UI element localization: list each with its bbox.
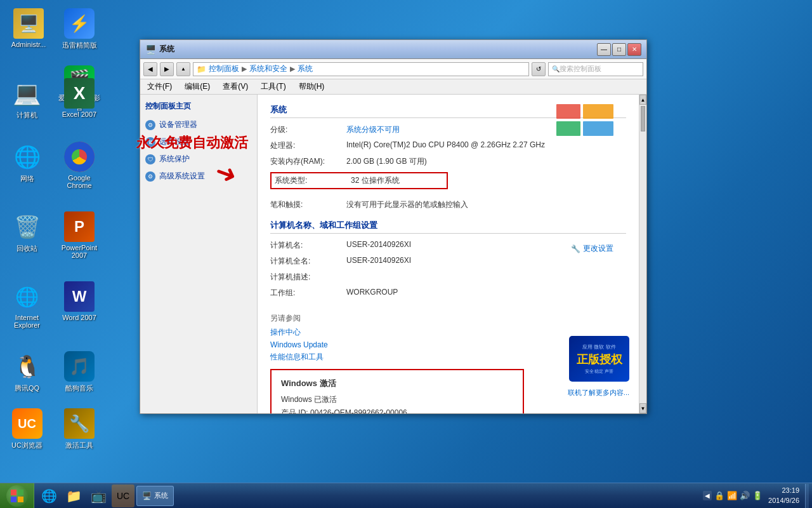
- taskbar-system-task[interactable]: 🖥️ 系统: [136, 486, 174, 506]
- close-button[interactable]: ✕: [627, 43, 641, 56]
- address-path: 📁 控制面板 ▶ 系统和安全 ▶ 系统: [193, 62, 529, 76]
- tray-icon-network[interactable]: 📶: [727, 491, 737, 500]
- clock[interactable]: 23:19 2014/9/26: [765, 486, 802, 505]
- ram-value: 2.00 GB (1.90 GB 可用): [346, 156, 626, 167]
- taskbar-ie-icon[interactable]: 🌐: [37, 485, 60, 507]
- sidebar-icon-devices: ⚙: [145, 120, 155, 130]
- comp-fullname-label: 计算机全名:: [270, 256, 346, 267]
- svg-rect-2: [556, 121, 580, 136]
- desktop-icon-admin[interactable]: 🖥️ Administr...: [3, 3, 54, 60]
- computer-name-section: 计算机名称、域和工作组设置 计算机名: USER-20140926XI 计算机全…: [270, 220, 626, 304]
- scroll-thumb[interactable]: [641, 106, 645, 131]
- desktop-icon-chrome[interactable]: GoogleChrome: [54, 137, 105, 194]
- refresh-button[interactable]: ↺: [532, 62, 546, 76]
- desktop-icon-ucbrowser-label: UC浏览器: [11, 441, 43, 450]
- desktop-icon-activator-label: 激活工具: [65, 441, 93, 450]
- svg-rect-5: [18, 490, 23, 495]
- desktop-icon-excel[interactable]: X Excel 2007: [54, 73, 105, 123]
- breadcrumb-controlpanel[interactable]: 控制面板: [209, 64, 239, 74]
- forward-button[interactable]: ▶: [160, 62, 174, 76]
- touch-row: 笔和触摸: 没有可用于此显示器的笔或触控输入: [270, 199, 626, 210]
- change-settings-icon: 🔧: [571, 244, 580, 253]
- desktop-icon-xunlei[interactable]: ⚡ 迅雷精简版: [54, 3, 105, 60]
- title-bar-text: 系统: [159, 44, 597, 55]
- desktop-icon-recycle[interactable]: 🗑️ 回收站: [3, 206, 51, 258]
- menu-file[interactable]: 文件(F): [143, 80, 176, 93]
- search-box[interactable]: 🔍 搜索控制面板: [548, 62, 643, 76]
- desktop-icon-qq-label: 腾讯QQ: [15, 384, 39, 393]
- svg-rect-1: [583, 104, 613, 119]
- desktop-icon-admin-label: Administr...: [11, 41, 46, 48]
- desktop-icon-computer-label: 计算机: [16, 110, 37, 120]
- type-value: 32 位操作系统: [351, 175, 443, 186]
- comp-name-value: USER-20140926XI: [346, 240, 411, 249]
- menu-view[interactable]: 查看(V): [219, 80, 252, 93]
- tray-icon-security[interactable]: 🔒: [714, 491, 724, 500]
- desktop-icon-excel-label: Excel 2007: [62, 110, 96, 118]
- comp-desc-label: 计算机描述:: [270, 272, 346, 283]
- tray-icon-sound[interactable]: 🔊: [740, 491, 750, 500]
- clock-time: 23:19: [782, 486, 799, 495]
- minimize-button[interactable]: —: [597, 43, 611, 56]
- taskbar-media-icon[interactable]: 📺: [87, 485, 110, 507]
- product-id-value: 00426-OEM-8992662-00006: [310, 408, 407, 413]
- title-bar-buttons: — □ ✕: [597, 43, 641, 56]
- type-row: 系统类型: 32 位操作系统: [270, 172, 448, 189]
- breadcrumb-security[interactable]: 系统和安全: [249, 64, 287, 74]
- change-settings-link[interactable]: 🔧 更改设置: [571, 243, 613, 254]
- title-bar: 🖥️ 系统 — □ ✕: [140, 40, 646, 59]
- title-bar-icon: 🖥️: [145, 44, 156, 55]
- breadcrumb-system[interactable]: 系统: [298, 64, 313, 74]
- address-bar: ◀ ▶ ▲ 📁 控制面板 ▶ 系统和安全 ▶ 系统 ↺ 🔍 搜索控制面板: [140, 59, 646, 79]
- taskbar-explorer-icon[interactable]: 📁: [62, 485, 85, 507]
- taskbar-items: 🌐 📁 📺 UC 🖥️ 系统: [34, 485, 700, 507]
- windows-logo-area: [540, 98, 629, 142]
- desktop-icon-ucbrowser[interactable]: UC UC浏览器: [3, 403, 51, 455]
- desktop-icon-ie-label: Internet Explorer: [6, 314, 48, 329]
- annotation-text: 永久免费自动激活: [136, 133, 248, 152]
- menu-edit[interactable]: 编辑(E): [181, 80, 214, 93]
- type-label: 系统类型:: [275, 175, 351, 186]
- main-content: 系统 分级: 系统分级不可用 处理器: Intel(R) Core(TM)2 D…: [258, 95, 639, 413]
- breadcrumb-sep-2: ▶: [290, 65, 295, 73]
- desktop-icon-activator[interactable]: 🔧 激活工具: [54, 403, 105, 455]
- menu-help[interactable]: 帮助(H): [295, 80, 329, 93]
- up-button[interactable]: ▲: [176, 62, 190, 76]
- product-id-label: 产品 ID:: [281, 408, 308, 413]
- comp-name-label: 计算机名:: [270, 240, 346, 251]
- desktop-icon-chrome-label: GoogleChrome: [67, 174, 91, 189]
- activation-product-id: 产品 ID: 00426-OEM-8992662-00006: [281, 408, 513, 413]
- cpu-label: 处理器:: [270, 140, 346, 151]
- desktop-icon-qqmusic[interactable]: 🎵 酷狗音乐: [54, 346, 105, 398]
- sidebar-link-devices[interactable]: ⚙ 设备管理器: [145, 119, 252, 130]
- desktop-icon-network[interactable]: 🌐 网络: [3, 137, 51, 189]
- maximize-button[interactable]: □: [612, 43, 626, 56]
- taskbar-uc-icon[interactable]: UC: [112, 485, 134, 507]
- computer-fullname-row: 计算机全名: USER-20140926XI: [270, 256, 411, 267]
- computer-name-row: 计算机名: USER-20140926XI: [270, 240, 411, 251]
- search-placeholder: 搜索控制面板: [560, 64, 601, 74]
- scrollbar[interactable]: ▲ ▼: [639, 95, 646, 413]
- scroll-up[interactable]: ▲: [639, 95, 646, 105]
- scroll-down[interactable]: ▼: [639, 403, 646, 413]
- desktop-icon-powerpoint[interactable]: P PowerPoint 2007: [54, 206, 105, 264]
- start-orb: [6, 485, 28, 507]
- svg-rect-6: [11, 497, 16, 502]
- ram-label: 安装内存(RAM):: [270, 156, 346, 167]
- desktop-icon-ie[interactable]: 🌐 Internet Explorer: [3, 276, 51, 334]
- touch-value: 没有可用于此显示器的笔或触控输入: [346, 199, 626, 210]
- start-button[interactable]: [0, 483, 34, 509]
- back-button[interactable]: ◀: [143, 62, 157, 76]
- menu-bar: 文件(F) 编辑(E) 查看(V) 工具(T) 帮助(H): [140, 79, 646, 95]
- svg-rect-3: [583, 121, 613, 136]
- show-desktop[interactable]: [805, 484, 809, 508]
- desktop-icon-word[interactable]: W Word 2007: [54, 276, 105, 326]
- desktop-icon-computer[interactable]: 💻 计算机: [3, 73, 51, 125]
- desktop-icon-word-label: Word 2007: [62, 314, 96, 321]
- tray-icon-battery[interactable]: 🔋: [752, 491, 763, 500]
- tray-arrow[interactable]: ◀: [703, 491, 712, 500]
- more-info-link[interactable]: 联机了解更多内容...: [568, 388, 629, 398]
- desktop-icon-qq[interactable]: 🐧 腾讯QQ: [3, 346, 51, 398]
- ram-row: 安装内存(RAM): 2.00 GB (1.90 GB 可用): [270, 156, 626, 167]
- menu-tools[interactable]: 工具(T): [257, 80, 289, 93]
